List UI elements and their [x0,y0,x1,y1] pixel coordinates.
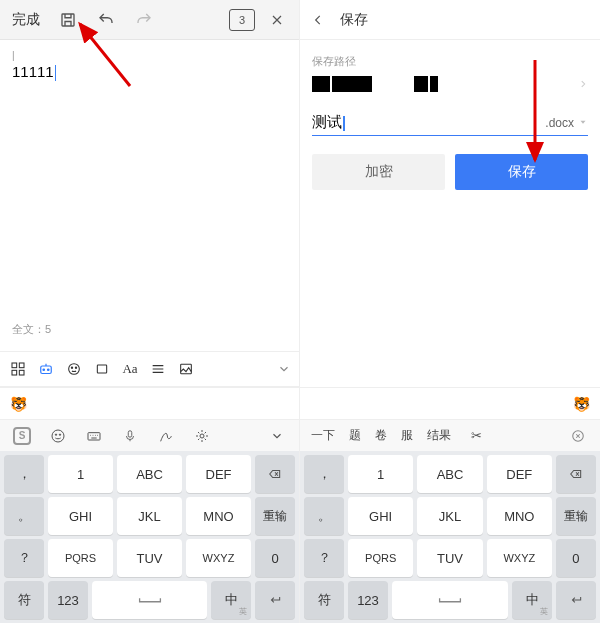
svg-rect-11 [97,365,106,373]
handwrite-icon[interactable] [150,424,182,448]
shape-icon[interactable] [92,359,112,379]
save-icon[interactable] [52,4,84,36]
close-icon[interactable] [261,4,293,36]
grid-icon[interactable] [8,359,28,379]
key-jkl[interactable]: JKL [117,497,182,535]
key-lang-toggle[interactable]: 中英 [512,581,552,619]
settings-icon[interactable] [186,424,218,448]
candidate-2[interactable]: 题 [344,424,366,448]
undo-icon[interactable] [90,4,122,36]
svg-point-13 [52,430,64,442]
extension-dropdown-icon[interactable] [578,117,588,127]
encrypt-button[interactable]: 加密 [312,154,445,190]
svg-rect-16 [88,432,100,439]
key-enter[interactable] [255,581,295,619]
key-backspace[interactable] [255,455,295,493]
list-icon[interactable] [148,359,168,379]
svg-rect-5 [41,366,52,374]
save-title: 保存 [340,11,368,29]
format-toolbar: Aa [0,351,299,387]
key-lang-toggle[interactable]: 中英 [211,581,251,619]
key-jkl[interactable]: JKL [417,497,482,535]
text-cursor [55,65,57,81]
keyboard-icon[interactable] [78,424,110,448]
key-backspace[interactable] [556,455,596,493]
redo-icon[interactable] [128,4,160,36]
key-space[interactable] [92,581,207,619]
key-ghi[interactable]: GHI [48,497,113,535]
candidate-4[interactable]: 服 [396,424,418,448]
sogou-logo-icon[interactable]: S [6,424,38,448]
key-enter[interactable] [556,581,596,619]
svg-point-8 [69,364,80,375]
key-question[interactable]: ？ [4,539,44,577]
font-icon[interactable]: Aa [120,359,140,379]
key-ghi[interactable]: GHI [348,497,413,535]
key-pqrs[interactable]: PQRS [348,539,413,577]
chevron-down-icon[interactable] [277,362,291,376]
key-reinput[interactable]: 重输 [255,497,295,535]
svg-point-14 [55,434,56,435]
key-0[interactable]: 0 [255,539,295,577]
svg-rect-4 [19,370,24,375]
svg-point-18 [200,434,204,438]
image-icon[interactable] [176,359,196,379]
path-row[interactable] [312,73,588,95]
brush-icon[interactable] [64,359,84,379]
key-comma[interactable]: ， [4,455,44,493]
key-tuv[interactable]: TUV [117,539,182,577]
svg-point-9 [71,367,72,368]
scissors-icon[interactable]: ✂ [460,424,492,448]
filename-input[interactable]: 测试 [312,113,545,132]
key-comma[interactable]: ， [304,455,344,493]
key-tuv[interactable]: TUV [417,539,482,577]
keyboard-tool-row: S [0,419,299,451]
key-reinput[interactable]: 重输 [556,497,596,535]
key-period[interactable]: 。 [304,497,344,535]
candidate-1[interactable]: 一下 [306,424,340,448]
emoji-icon[interactable] [42,424,74,448]
key-mno[interactable]: MNO [186,497,251,535]
key-0[interactable]: 0 [556,539,596,577]
svg-rect-3 [12,370,17,375]
key-period[interactable]: 。 [4,497,44,535]
key-123[interactable]: 123 [348,581,388,619]
tiger-emoji: 🐯 [573,396,590,412]
key-def[interactable]: DEF [186,455,251,493]
page-indicator[interactable]: 3 [229,9,255,31]
key-123[interactable]: 123 [48,581,88,619]
filename-row[interactable]: 测试 .docx [312,113,588,136]
close-candidates-icon[interactable] [562,424,594,448]
key-symbol[interactable]: 符 [304,581,344,619]
document-text: 11111 [12,63,54,80]
assistant-icon[interactable] [36,359,56,379]
save-button[interactable]: 保存 [455,154,588,190]
key-abc[interactable]: ABC [417,455,482,493]
key-question[interactable]: ？ [304,539,344,577]
key-wxyz[interactable]: WXYZ [487,539,552,577]
svg-point-6 [43,369,45,371]
key-wxyz[interactable]: WXYZ [186,539,251,577]
editor-topbar: 完成 3 [0,0,299,40]
key-def[interactable]: DEF [487,455,552,493]
back-icon[interactable] [306,13,330,27]
done-button[interactable]: 完成 [6,11,46,29]
keyboard-emoji-row: 🐯 [0,387,299,419]
key-mno[interactable]: MNO [487,497,552,535]
key-1[interactable]: 1 [48,455,113,493]
collapse-keyboard-icon[interactable] [261,424,293,448]
svg-rect-0 [62,14,74,26]
key-1[interactable]: 1 [348,455,413,493]
path-label: 保存路径 [312,54,588,69]
keyboard-emoji-row-right: 🐯 [300,387,600,419]
document-area[interactable]: | 11111 全文：5 [0,40,299,351]
candidate-3[interactable]: 卷 [370,424,392,448]
key-pqrs[interactable]: PQRS [48,539,113,577]
svg-rect-17 [128,430,132,436]
word-count: 全文：5 [12,318,287,341]
key-symbol[interactable]: 符 [4,581,44,619]
candidate-5[interactable]: 结果 [422,424,456,448]
key-abc[interactable]: ABC [117,455,182,493]
key-space[interactable] [392,581,508,619]
mic-icon[interactable] [114,424,146,448]
